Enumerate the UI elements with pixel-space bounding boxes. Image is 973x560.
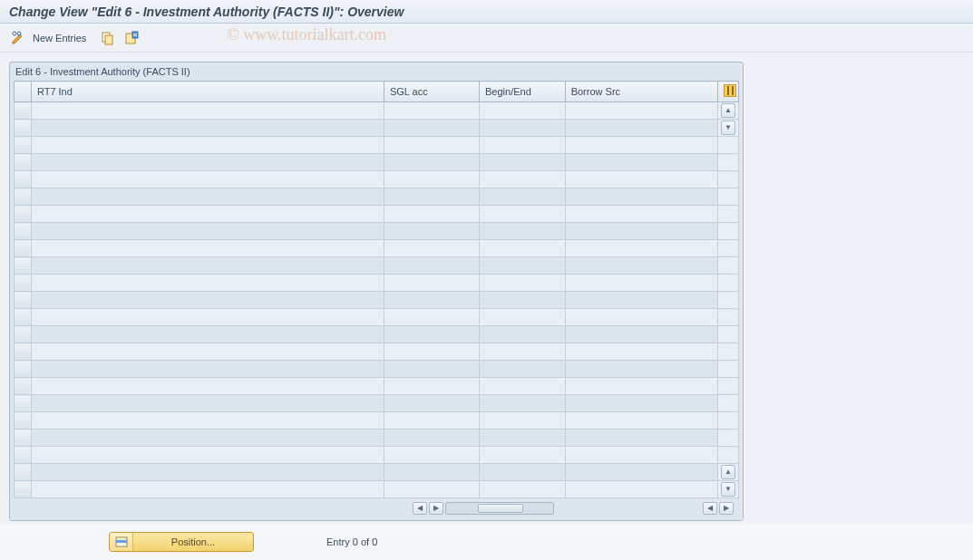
empty-cell[interactable]: [384, 206, 479, 223]
empty-cell[interactable]: [480, 171, 566, 188]
empty-cell[interactable]: [480, 309, 566, 326]
row-selector[interactable]: [15, 171, 32, 188]
empty-cell[interactable]: [31, 240, 384, 257]
column-header-rt7[interactable]: RT7 Ind: [31, 82, 384, 102]
row-selector[interactable]: [15, 361, 32, 378]
empty-cell[interactable]: [31, 464, 384, 481]
empty-cell[interactable]: [565, 188, 717, 206]
row-selector[interactable]: [15, 378, 32, 395]
row-selector[interactable]: [15, 275, 32, 292]
empty-cell[interactable]: [384, 464, 479, 481]
row-selector[interactable]: [15, 326, 32, 343]
empty-cell[interactable]: [565, 171, 717, 188]
empty-cell[interactable]: [31, 361, 384, 378]
empty-cell[interactable]: [565, 240, 717, 257]
empty-cell[interactable]: [31, 447, 384, 464]
row-selector[interactable]: [15, 257, 32, 275]
empty-cell[interactable]: [31, 326, 384, 343]
empty-cell[interactable]: [565, 361, 717, 378]
empty-cell[interactable]: [480, 257, 566, 275]
empty-cell[interactable]: [480, 120, 566, 137]
empty-cell[interactable]: [565, 412, 717, 430]
empty-cell[interactable]: [384, 154, 479, 171]
empty-cell[interactable]: [384, 395, 479, 412]
column-header-borrow[interactable]: Borrow Src: [565, 82, 717, 102]
empty-cell[interactable]: [480, 292, 566, 309]
empty-cell[interactable]: [480, 481, 566, 498]
vscroll-line-down-button[interactable]: ▼: [721, 121, 735, 135]
empty-cell[interactable]: [384, 188, 479, 206]
empty-cell[interactable]: [384, 361, 479, 378]
empty-cell[interactable]: [384, 137, 479, 154]
change-display-button[interactable]: [9, 29, 27, 47]
empty-cell[interactable]: [384, 430, 479, 447]
empty-cell[interactable]: [565, 257, 717, 275]
empty-cell[interactable]: [384, 309, 479, 326]
empty-cell[interactable]: [31, 257, 384, 275]
empty-cell[interactable]: [480, 223, 566, 240]
row-selector[interactable]: [15, 412, 32, 430]
empty-cell[interactable]: [565, 154, 717, 171]
empty-cell[interactable]: [480, 206, 566, 223]
empty-cell[interactable]: [31, 188, 384, 206]
row-selector[interactable]: [15, 240, 32, 257]
empty-cell[interactable]: [31, 309, 384, 326]
hscroll-left-button[interactable]: ▶: [429, 502, 443, 515]
empty-cell[interactable]: [31, 206, 384, 223]
empty-cell[interactable]: [565, 309, 717, 326]
empty-cell[interactable]: [31, 481, 384, 498]
empty-cell[interactable]: [31, 154, 384, 171]
empty-cell[interactable]: [384, 481, 479, 498]
empty-cell[interactable]: [31, 292, 384, 309]
empty-cell[interactable]: [480, 102, 566, 120]
empty-cell[interactable]: [565, 206, 717, 223]
row-selector[interactable]: [15, 309, 32, 326]
row-selector[interactable]: [15, 120, 32, 137]
empty-cell[interactable]: [480, 412, 566, 430]
empty-cell[interactable]: [384, 412, 479, 430]
row-selector[interactable]: [15, 206, 32, 223]
empty-cell[interactable]: [31, 343, 384, 361]
select-all-header[interactable]: [15, 82, 32, 102]
empty-cell[interactable]: [384, 447, 479, 464]
row-selector[interactable]: [15, 188, 32, 206]
empty-cell[interactable]: [565, 481, 717, 498]
empty-cell[interactable]: [384, 326, 479, 343]
empty-cell[interactable]: [384, 171, 479, 188]
hscroll-right-button[interactable]: ◀: [703, 502, 717, 515]
position-button[interactable]: Position...: [109, 532, 254, 552]
empty-cell[interactable]: [565, 275, 717, 292]
empty-cell[interactable]: [31, 137, 384, 154]
empty-cell[interactable]: [565, 137, 717, 154]
row-selector[interactable]: [15, 154, 32, 171]
empty-cell[interactable]: [565, 464, 717, 481]
empty-cell[interactable]: [565, 102, 717, 120]
empty-cell[interactable]: [480, 447, 566, 464]
column-header-sgl[interactable]: SGL acc: [384, 82, 479, 102]
row-selector[interactable]: [15, 395, 32, 412]
row-selector[interactable]: [15, 223, 32, 240]
hscroll-last-button[interactable]: ▶: [719, 502, 734, 515]
empty-cell[interactable]: [31, 378, 384, 395]
empty-cell[interactable]: [565, 120, 717, 137]
empty-cell[interactable]: [480, 188, 566, 206]
empty-cell[interactable]: [31, 102, 384, 120]
empty-cell[interactable]: [480, 464, 566, 481]
row-selector[interactable]: [15, 102, 32, 120]
empty-cell[interactable]: [31, 412, 384, 430]
empty-cell[interactable]: [384, 343, 479, 361]
empty-cell[interactable]: [384, 257, 479, 275]
empty-cell[interactable]: [384, 120, 479, 137]
empty-cell[interactable]: [384, 223, 479, 240]
empty-cell[interactable]: [31, 171, 384, 188]
empty-cell[interactable]: [384, 275, 479, 292]
empty-cell[interactable]: [480, 137, 566, 154]
empty-cell[interactable]: [384, 292, 479, 309]
empty-cell[interactable]: [480, 430, 566, 447]
empty-cell[interactable]: [480, 378, 566, 395]
hscroll-track[interactable]: [445, 502, 554, 515]
row-selector[interactable]: [15, 464, 32, 481]
empty-cell[interactable]: [480, 275, 566, 292]
row-selector[interactable]: [15, 430, 32, 447]
empty-cell[interactable]: [480, 361, 566, 378]
